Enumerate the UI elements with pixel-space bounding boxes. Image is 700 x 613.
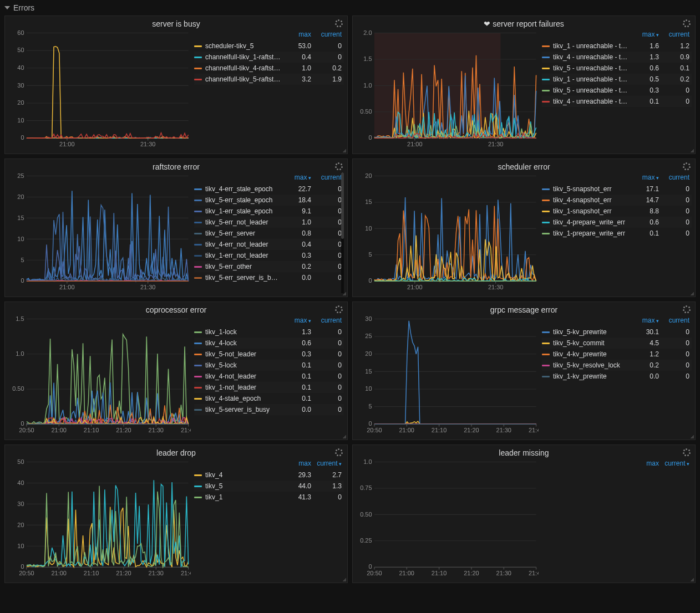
- legend-row[interactable]: tikv_5-server_is_busy0.00: [194, 404, 344, 415]
- legend-row[interactable]: tikv_5-err_server_is_busy0.00: [194, 272, 344, 283]
- legend-row[interactable]: tikv_5-kv_commit4.50: [542, 338, 692, 349]
- legend-row[interactable]: tikv_5-err_stale_epoch18.40: [194, 195, 344, 206]
- legend-row[interactable]: tikv_1 - unreachable - to - 40.50.2: [542, 74, 692, 85]
- legend-col-current[interactable]: current: [311, 316, 342, 324]
- legend-row[interactable]: tikv_5-kv_prewrite30.10: [542, 326, 692, 338]
- panel-title[interactable]: raftstore error: [5, 159, 347, 172]
- legend-row[interactable]: tikv_4-not_leader0.10: [194, 371, 344, 382]
- legend-col-current[interactable]: current: [311, 30, 342, 38]
- legend-swatch: [194, 398, 202, 400]
- legend-col-current[interactable]: current: [659, 173, 689, 181]
- legend-row[interactable]: tikv_544.01.3: [194, 481, 344, 492]
- resize-handle-icon[interactable]: [342, 148, 346, 152]
- legend-row[interactable]: tikv_5-snapshot_err17.10: [542, 183, 692, 195]
- chart-area[interactable]: 00.501.01.520:5021:0021:1021:2021:3021:4…: [8, 315, 191, 436]
- legend-col-max[interactable]: max: [281, 173, 311, 181]
- chart-area[interactable]: 05101520253020:5021:0021:1021:2021:3021:…: [356, 315, 539, 436]
- legend-col-current[interactable]: current: [659, 30, 689, 38]
- legend-row[interactable]: tikv_5-err_server0.80: [194, 228, 344, 239]
- legend-row[interactable]: tikv_1-kv_prewrite0.00: [542, 371, 692, 382]
- resize-handle-icon[interactable]: [342, 577, 346, 581]
- legend-row[interactable]: tikv_4-snapshot_err14.70: [542, 195, 692, 206]
- legend-col-max[interactable]: max: [628, 30, 659, 38]
- legend-swatch: [542, 233, 550, 234]
- panel-title[interactable]: leader missing: [353, 445, 695, 458]
- legend-swatch: [542, 331, 550, 333]
- legend-col-current[interactable]: current: [311, 173, 342, 181]
- legend-row[interactable]: tikv_1-lock1.30: [194, 326, 344, 338]
- legend-scrollbar-thumb[interactable]: [341, 172, 344, 239]
- resize-handle-icon[interactable]: [689, 434, 694, 438]
- legend-row[interactable]: scheduler-tikv_553.00: [194, 40, 344, 52]
- legend-col-max[interactable]: max: [281, 30, 311, 38]
- legend-row[interactable]: channelfull-tikv_1-raftstore0.40: [194, 52, 344, 63]
- legend-col-max[interactable]: max: [628, 173, 659, 181]
- legend-row[interactable]: tikv_1-err_stale_epoch9.10: [194, 206, 344, 217]
- resize-handle-icon[interactable]: [342, 434, 346, 438]
- legend-row[interactable]: tikv_5-kv_resolve_lock0.20: [542, 360, 692, 371]
- legend-row[interactable]: tikv_4-lock0.60: [194, 338, 344, 349]
- svg-text:40: 40: [17, 64, 24, 71]
- legend-row[interactable]: tikv_1-snapshot_err8.80: [542, 206, 692, 217]
- legend-col-current[interactable]: current: [311, 459, 342, 467]
- panel-title[interactable]: grpc message error: [353, 302, 695, 315]
- legend-row[interactable]: tikv_5 - unreachable - to - 40.60.1: [542, 63, 692, 74]
- legend: maxcurrent: [542, 458, 692, 579]
- legend-col-current[interactable]: current: [659, 459, 689, 467]
- legend-row[interactable]: tikv_4-stale_epoch0.10: [194, 393, 344, 404]
- chart-area[interactable]: 0510152021:0021:30: [356, 172, 539, 293]
- legend-row[interactable]: tikv_429.32.7: [194, 469, 344, 481]
- legend-row[interactable]: channelfull-tikv_4-raftstore1.00.2: [194, 63, 344, 74]
- resize-handle-icon[interactable]: [342, 291, 346, 295]
- resize-handle-icon[interactable]: [689, 577, 694, 581]
- panel-title[interactable]: coprocessor error: [5, 302, 347, 315]
- chart-area[interactable]: 00.250.500.751.020:5021:0021:1021:2021:3…: [356, 458, 539, 579]
- legend-row[interactable]: tikv_4-err_not_leader0.40: [194, 239, 344, 250]
- legend-row[interactable]: tikv_5-lock0.10: [194, 360, 344, 371]
- panel-title[interactable]: leader drop: [5, 445, 347, 458]
- legend-name: tikv_1 - unreachable - to - 4: [553, 74, 628, 84]
- legend-current: 0.2: [659, 74, 689, 84]
- chart-area[interactable]: 010203040506021:0021:30: [8, 29, 191, 150]
- legend-swatch: [194, 409, 202, 411]
- legend-row[interactable]: tikv_4-prepare_write_err0.60: [542, 217, 692, 228]
- panel-title[interactable]: ❤server report failures: [353, 16, 695, 29]
- svg-text:21:20: 21:20: [116, 570, 131, 576]
- panel-p7: leader missing00.250.500.751.020:5021:00…: [352, 445, 696, 583]
- legend-row[interactable]: tikv_1-not_leader0.10: [194, 382, 344, 393]
- legend-row[interactable]: tikv_5-err_not_leader1.00: [194, 217, 344, 228]
- loading-icon: [335, 305, 343, 313]
- row-toggle-errors[interactable]: Errors: [2, 2, 698, 16]
- svg-text:20: 20: [17, 193, 24, 200]
- legend-current: 0: [659, 371, 689, 381]
- legend-row[interactable]: tikv_141.30: [194, 492, 344, 503]
- legend-row[interactable]: tikv_5-err_other0.20: [194, 261, 344, 272]
- legend-max: 0.2: [281, 262, 311, 272]
- legend-scrollbar[interactable]: [341, 172, 344, 293]
- legend: maxcurrenttikv_5-kv_prewrite30.10tikv_5-…: [542, 315, 692, 436]
- legend-col-max[interactable]: max: [628, 316, 659, 324]
- legend-row[interactable]: tikv_4 - unreachable - to - 10.10: [542, 96, 692, 107]
- legend-row[interactable]: tikv_4 - unreachable - to - 51.30.9: [542, 52, 692, 63]
- legend-row[interactable]: tikv_5 - unreachable - to - 10.30: [542, 85, 692, 96]
- chart-area[interactable]: 051015202521:0021:30: [8, 172, 191, 293]
- legend-row[interactable]: tikv_1-prepare_write_err0.10: [542, 228, 692, 239]
- legend-col-max[interactable]: max: [628, 459, 659, 467]
- chart-area[interactable]: 00.501.01.52.021:0021:30: [356, 29, 539, 150]
- legend-max: 53.0: [281, 41, 311, 51]
- chart-area[interactable]: 0102030405020:5021:0021:1021:2021:3021:4…: [8, 458, 191, 579]
- legend-row[interactable]: tikv_4-err_stale_epoch22.70: [194, 183, 344, 195]
- legend-row[interactable]: tikv_1 - unreachable - to - 51.61.2: [542, 40, 692, 52]
- legend-row[interactable]: channelfull-tikv_5-raftstore3.21.9: [194, 74, 344, 85]
- legend-col-max[interactable]: max: [281, 459, 311, 467]
- legend-max: 0.4: [281, 239, 311, 249]
- resize-handle-icon[interactable]: [689, 148, 694, 152]
- panel-title[interactable]: server is busy: [5, 16, 347, 29]
- legend-row[interactable]: tikv_4-kv_prewrite1.20: [542, 349, 692, 360]
- panel-title[interactable]: scheduler error: [353, 159, 695, 172]
- resize-handle-icon[interactable]: [689, 291, 694, 295]
- legend-col-max[interactable]: max: [281, 316, 311, 324]
- legend-row[interactable]: tikv_1-err_not_leader0.30: [194, 250, 344, 261]
- legend-col-current[interactable]: current: [659, 316, 689, 324]
- legend-row[interactable]: tikv_5-not_leader0.30: [194, 349, 344, 360]
